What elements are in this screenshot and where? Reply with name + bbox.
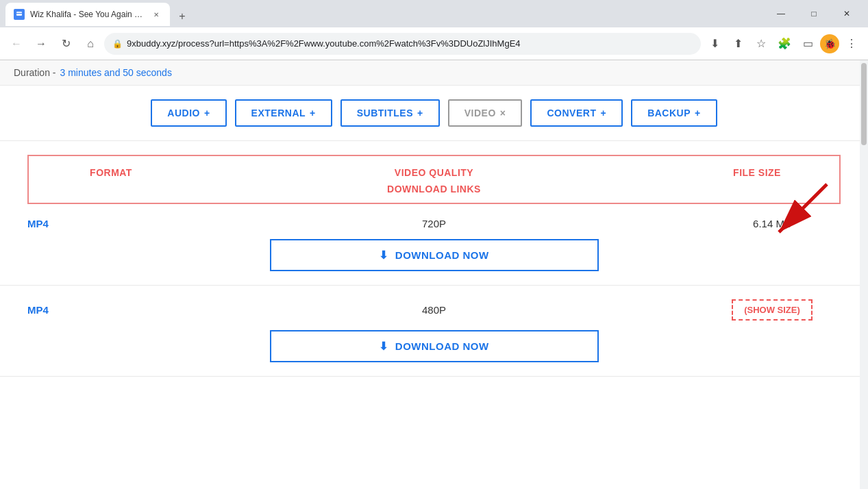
row-480p-main: MP4 480P (SHOW SIZE) [27, 299, 841, 321]
subtitles-tab-icon: + [417, 108, 423, 118]
format-header: FORMAT [42, 167, 179, 178]
audio-tab[interactable]: AUDIO + [151, 99, 226, 127]
reload-button[interactable]: ↻ [55, 33, 77, 55]
convert-tab[interactable]: CONVERT + [530, 99, 623, 127]
backup-tab-icon: + [695, 108, 701, 118]
tab-buttons-group: AUDIO + EXTERNAL + SUBTITLES + VIDEO × C… [21, 99, 847, 127]
row-720p-format: MP4 [27, 218, 164, 229]
audio-tab-icon: + [204, 108, 210, 118]
browser-frame: Wiz Khalifa - See You Again (feat ✕ + — … [0, 0, 868, 60]
url-text: 9xbuddy.xyz/process?url=https%3A%2F%2Fww… [127, 38, 693, 49]
table-header: FORMAT VIDEO QUALITY FILE SIZE DOWNLOAD … [27, 155, 841, 204]
address-bar[interactable]: 🔒 9xbuddy.xyz/process?url=https%3A%2F%2F… [104, 33, 701, 55]
download-now-button-720p[interactable]: ⬇ DOWNLOAD NOW [270, 239, 599, 271]
active-tab[interactable]: Wiz Khalifa - See You Again (feat ✕ [5, 3, 170, 26]
download-btn-wrapper-480p: ⬇ DOWNLOAD NOW [27, 330, 841, 362]
links-header: DOWNLOAD LINKS [387, 184, 481, 195]
scrollbar-thumb[interactable] [861, 63, 867, 145]
tab-close-button[interactable]: ✕ [151, 9, 162, 20]
subtitles-tab-label: SUBTITLES [357, 108, 413, 118]
row-720p-size: 6.14 MB [704, 218, 841, 229]
minimize-button[interactable]: — [765, 3, 797, 24]
menu-button[interactable]: ⋮ [841, 33, 863, 55]
backup-tab-label: BACKUP [647, 108, 691, 118]
tab-strip: Wiz Khalifa - See You Again (feat ✕ + [5, 1, 192, 26]
duration-bar: Duration - 3 minutes and 50 seconds [0, 60, 868, 86]
profile-button[interactable]: 🐞 [820, 34, 839, 53]
new-tab-button[interactable]: + [173, 7, 192, 26]
download-arrow-icon-720p: ⬇ [379, 249, 388, 262]
page-content: Duration - 3 minutes and 50 seconds AUDI… [0, 60, 868, 489]
table-header-columns: FORMAT VIDEO QUALITY FILE SIZE [29, 156, 839, 184]
lock-icon: 🔒 [112, 39, 123, 49]
download-icon[interactable]: ⬇ [704, 33, 726, 55]
tab-title: Wiz Khalifa - See You Again (feat [30, 10, 145, 19]
svg-rect-1 [16, 13, 22, 14]
share-icon[interactable]: ⬆ [727, 33, 749, 55]
title-bar: Wiz Khalifa - See You Again (feat ✕ + — … [0, 0, 868, 27]
row-480p-quality: 480P [164, 304, 704, 316]
forward-button[interactable]: → [30, 33, 52, 55]
show-size-label: (SHOW SIZE) [744, 305, 800, 315]
download-btn-wrapper-720p: ⬇ DOWNLOAD NOW [27, 239, 841, 271]
back-button[interactable]: ← [5, 33, 27, 55]
convert-tab-label: CONVERT [547, 108, 596, 118]
tab-buttons-section: AUDIO + EXTERNAL + SUBTITLES + VIDEO × C… [0, 86, 868, 141]
backup-tab[interactable]: BACKUP + [631, 99, 717, 127]
tab-favicon [14, 9, 25, 20]
download-now-label-720p: DOWNLOAD NOW [395, 249, 489, 261]
scrollbar-track[interactable] [860, 60, 868, 489]
download-now-label-480p: DOWNLOAD NOW [395, 340, 489, 352]
nav-actions: ⬇ ⬆ ☆ 🧩 ▭ 🐞 ⋮ [704, 33, 863, 55]
duration-label: Duration - [14, 67, 55, 78]
bookmark-icon[interactable]: ☆ [750, 33, 772, 55]
size-header: FILE SIZE [689, 167, 826, 178]
video-tab[interactable]: VIDEO × [448, 99, 523, 127]
download-arrow-icon-480p: ⬇ [379, 340, 388, 353]
external-tab-icon: + [310, 108, 316, 118]
extensions-icon[interactable]: 🧩 [773, 33, 795, 55]
external-tab[interactable]: EXTERNAL + [235, 99, 332, 127]
home-button[interactable]: ⌂ [79, 33, 101, 55]
maximize-button[interactable]: □ [798, 3, 830, 24]
external-tab-label: EXTERNAL [251, 108, 306, 118]
row-480p-size: (SHOW SIZE) [704, 299, 841, 321]
row-480p-format: MP4 [27, 304, 164, 316]
theater-icon[interactable]: ▭ [797, 33, 819, 55]
quality-header: VIDEO QUALITY [179, 167, 689, 178]
download-now-button-480p[interactable]: ⬇ DOWNLOAD NOW [270, 330, 599, 362]
download-row-480p: MP4 480P (SHOW SIZE) ⬇ DOWNLOAD NOW [0, 286, 868, 377]
convert-tab-icon: + [600, 108, 606, 118]
close-button[interactable]: ✕ [831, 3, 863, 24]
download-row-720p: MP4 720P 6.14 MB ⬇ DOWNLOAD NOW [0, 204, 868, 286]
show-size-button[interactable]: (SHOW SIZE) [732, 299, 813, 321]
nav-bar: ← → ↻ ⌂ 🔒 9xbuddy.xyz/process?url=https%… [0, 27, 868, 60]
window-controls: — □ ✕ [765, 3, 863, 24]
links-header-row: DOWNLOAD LINKS [29, 184, 839, 203]
duration-value: 3 minutes and 50 seconds [60, 67, 171, 78]
video-tab-icon: × [500, 108, 506, 118]
row-720p-quality: 720P [164, 218, 704, 229]
row-720p-main: MP4 720P 6.14 MB [27, 218, 841, 229]
video-tab-label: VIDEO [464, 108, 496, 118]
audio-tab-label: AUDIO [167, 108, 200, 118]
subtitles-tab[interactable]: SUBTITLES + [340, 99, 440, 127]
